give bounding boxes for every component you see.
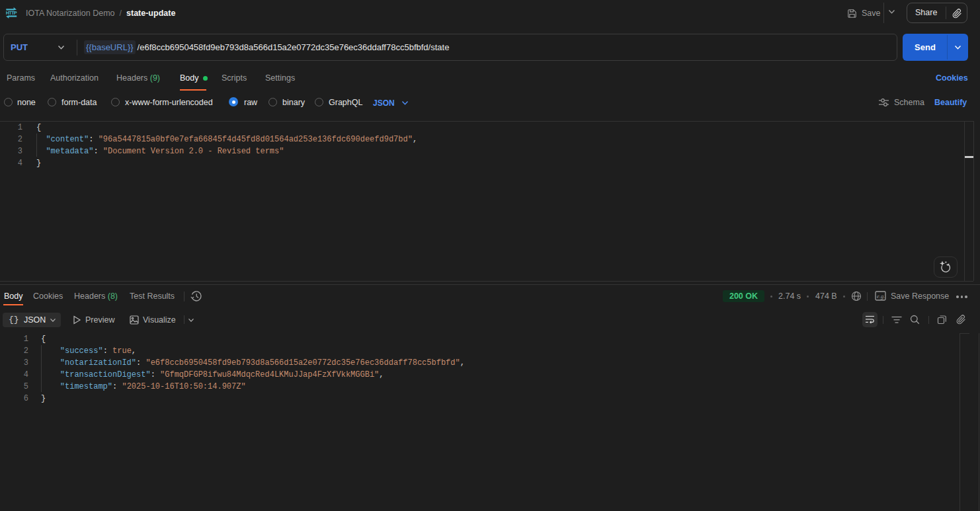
svg-text:HTTP: HTTP [6, 10, 17, 16]
svg-text:e.g.: e.g. [877, 293, 885, 299]
